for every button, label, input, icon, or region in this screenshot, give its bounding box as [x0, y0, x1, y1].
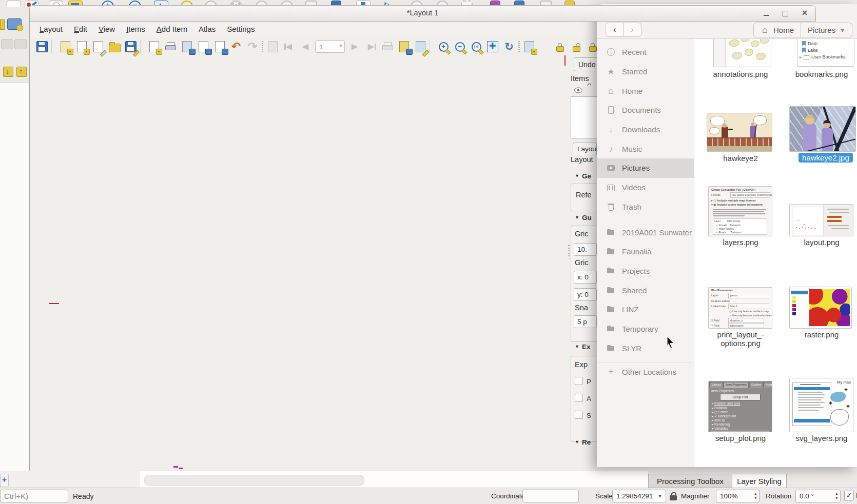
visibility-eye-icon[interactable] [574, 87, 582, 93]
snap-tolerance-spinbox[interactable]: 5 p [574, 315, 597, 328]
sidebar-item-slyr[interactable]: SLYR [597, 338, 694, 358]
file-thumbnail-bookmarks[interactable]: Bookmark 2 Dam Lake ▸User Bookmarks [797, 39, 854, 67]
export-checkbox-row[interactable]: S [575, 411, 591, 421]
zoom-full-button[interactable] [486, 40, 499, 53]
print-atlas-button[interactable] [381, 40, 394, 53]
close-icon[interactable]: × [801, 10, 808, 17]
export-svg-button[interactable] [197, 40, 210, 53]
section-export-settings[interactable]: ▼Ex [575, 343, 590, 351]
grid-spacing-spinbox[interactable]: 10. [574, 243, 597, 256]
rotation-spinbox[interactable]: 0.0 °▲▼ [795, 490, 841, 502]
file-thumbnail-layout[interactable] [789, 204, 853, 236]
refresh-view-button[interactable]: ↻ [502, 40, 516, 53]
minimize-icon[interactable] [763, 10, 770, 17]
atlas-prev-button[interactable]: ◀ [299, 40, 312, 53]
toolbar-fragment-icon[interactable] [0, 19, 5, 30]
file-label[interactable]: print_layout_-options.png [699, 330, 782, 348]
file-label[interactable]: bookmarks.png [781, 70, 857, 78]
zoom-actual-button[interactable]: 1:1 [470, 40, 483, 53]
atlas-last-button[interactable]: ▶ [364, 40, 378, 53]
locator-search-input[interactable]: Ctrl+K) [0, 490, 68, 502]
atlas-settings-button[interactable] [414, 40, 427, 53]
atlas-preview-button[interactable] [266, 40, 279, 53]
unlock-items-button[interactable] [570, 40, 583, 53]
file-thumbnail-annotations[interactable] [713, 39, 771, 67]
tab-layout[interactable]: Layou [573, 143, 597, 155]
duplicate-layout-button[interactable] [75, 40, 88, 53]
file-thumbnail-setup-plot[interactable]: Layout Item Properties Guides Atlas Item… [708, 381, 772, 432]
section-guides[interactable]: ▼Gu [575, 214, 592, 221]
atlas-page-spinbox[interactable]: 1 [315, 41, 345, 53]
move-down-icon[interactable] [3, 67, 13, 77]
file-thumbnail-hawkeye2[interactable] [707, 113, 772, 152]
save-as-template-button[interactable] [124, 40, 138, 53]
atlas-first-button[interactable]: ◀ [282, 40, 296, 53]
menu-items[interactable]: Items [121, 23, 151, 35]
sidebar-item-other-locations[interactable]: Other Locations [597, 362, 694, 381]
magnifier-spinbox[interactable]: 100%▲▼ [716, 490, 759, 502]
scrollbar-handle[interactable] [144, 475, 364, 486]
export-atlas-button[interactable] [397, 40, 411, 53]
sidebar-item-shared[interactable]: Shared [597, 280, 694, 300]
add-items-from-template-button[interactable] [147, 40, 161, 53]
render-checkbox[interactable]: ✓ [844, 491, 854, 500]
back-button[interactable]: ‹ [606, 23, 624, 37]
section-general-settings[interactable]: ▼Ge [575, 172, 591, 180]
export-image-button[interactable] [180, 40, 193, 53]
sidebar-item-recent[interactable]: Recent [597, 43, 694, 62]
export-checkbox-row[interactable]: A [575, 394, 591, 404]
file-thumbnail-layers[interactable]: Create Geospatial PDF (GeoPDF) Format IS… [708, 186, 772, 236]
file-label[interactable]: layout.png [781, 238, 857, 247]
export-checkbox-row[interactable]: P [575, 377, 591, 387]
file-thumbnail-hawkeye2-jpg[interactable] [789, 106, 856, 152]
menu-atlas[interactable]: Atlas [193, 23, 221, 35]
print-button[interactable] [164, 40, 177, 53]
horizontal-scrollbar[interactable] [140, 471, 648, 488]
items-listbox[interactable] [571, 96, 598, 138]
menu-view[interactable]: View [93, 23, 121, 35]
zoom-in-button[interactable]: + [437, 40, 450, 53]
add-button-fragment[interactable]: + [0, 474, 9, 487]
processing-icon[interactable] [7, 18, 22, 30]
file-thumbnail-svg-layers[interactable]: My map ✚ ✚ ✚ [789, 378, 853, 432]
layer-styling-button[interactable]: Layer Styling [732, 474, 787, 488]
layout-window-titlebar[interactable]: *Layout 1 × [29, 5, 816, 22]
file-label-selected[interactable]: hawkeye2.jpg [798, 153, 853, 163]
sidebar-item-starred[interactable]: Starred [597, 62, 694, 82]
move-up-icon[interactable] [16, 67, 27, 77]
panel-splitter[interactable] [568, 245, 570, 258]
layout-manager-button[interactable] [91, 40, 105, 53]
sidebar-item-videos[interactable]: Videos [597, 178, 694, 197]
file-label[interactable]: hawkeye2 [699, 154, 782, 163]
sidebar-item-2019a001-sunwater[interactable]: 2019A001 Sunwater [597, 223, 694, 242]
new-layout-button[interactable] [59, 40, 72, 53]
coordinate-input[interactable] [522, 490, 579, 502]
sidebar-item-music[interactable]: Music [597, 139, 694, 158]
file-thumbnail-print-layout-options[interactable]: Plot Parameters Layer patron Feature sub… [708, 287, 772, 329]
raise-items-button[interactable] [522, 40, 536, 53]
sidebar-item-projects[interactable]: Projects [597, 261, 694, 281]
menu-add-item[interactable]: Add Item [151, 23, 193, 35]
save-project-button[interactable] [35, 40, 49, 53]
zoom-out-button[interactable]: − [453, 40, 466, 53]
open-folder-button[interactable] [108, 40, 121, 53]
file-label[interactable]: annotations.png [699, 70, 782, 78]
scale-lock-icon[interactable] [670, 495, 677, 500]
file-label[interactable]: layers.png [699, 238, 782, 247]
file-thumbnail-raster[interactable] [789, 287, 852, 329]
sidebar-item-home[interactable]: Home [597, 81, 694, 100]
processing-toolbox-button[interactable]: Processing Toolbox [648, 474, 732, 488]
file-label[interactable]: svg_layers.png [781, 434, 857, 442]
sidebar-item-pictures[interactable]: Pictures [597, 158, 694, 178]
menu-edit[interactable]: Edit [68, 23, 93, 35]
path-home-button[interactable]: Home [753, 23, 801, 37]
redo-button[interactable]: ↷ [246, 40, 259, 53]
menu-settings[interactable]: Settings [221, 23, 260, 35]
path-pictures-button[interactable]: Pictures▼ [801, 23, 852, 37]
atlas-next-button[interactable]: ▶ [348, 40, 361, 53]
section-resize-layout[interactable]: ▼Re [575, 438, 591, 446]
sidebar-item-temporary[interactable]: Temporary [597, 319, 694, 339]
scale-combo[interactable]: 1:29854291 [612, 490, 666, 502]
file-grid[interactable]: annotations.png Bookmark 2 Dam Lake ▸Use… [694, 39, 857, 467]
forward-button[interactable]: › [624, 23, 641, 37]
